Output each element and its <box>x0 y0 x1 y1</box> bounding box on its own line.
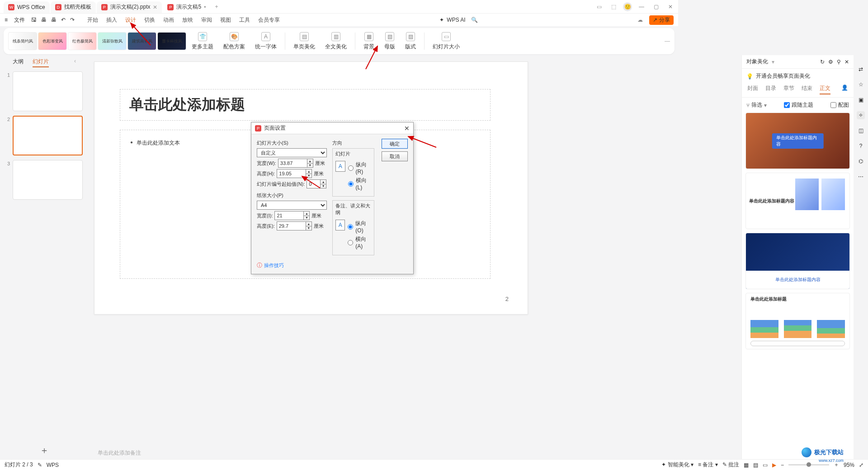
window-close-icon[interactable]: ✕ <box>665 2 675 12</box>
presentation-icon: P <box>101 4 108 10</box>
more-themes-button[interactable]: 👕更多主题 <box>187 31 218 52</box>
master-button[interactable]: ▧母版 <box>380 31 400 52</box>
theme-red[interactable]: 红色极简风 <box>68 32 97 50</box>
slide-size-button[interactable]: ▭幻灯片大小 <box>428 31 464 52</box>
tab-templates[interactable]: D找稻壳模板 <box>51 1 96 13</box>
page-number: 2 <box>505 296 509 302</box>
tab-menu-icon[interactable]: • <box>204 4 206 10</box>
redo-icon[interactable]: ↷ <box>70 17 75 23</box>
outline-tab-outline[interactable]: 大纲 <box>13 58 24 67</box>
save-icon[interactable]: 🖫 <box>31 17 37 23</box>
search-icon[interactable]: 🔍 <box>471 17 478 23</box>
window-multitask-icon[interactable]: ▭ <box>594 2 604 12</box>
slide-thumb-2[interactable] <box>13 116 83 155</box>
share-icon: ↗ <box>653 17 657 23</box>
single-beautify-button[interactable]: ▤单页美化 <box>289 31 320 52</box>
tab-transition[interactable]: 切换 <box>144 16 155 24</box>
dialog-titlebar[interactable]: P 页面设置 ✕ <box>251 122 413 134</box>
spinner-icon[interactable]: ▲▼ <box>307 159 313 168</box>
outline-tab-slides[interactable]: 幻灯片 <box>33 58 49 67</box>
tab-start[interactable]: 开始 <box>87 16 98 24</box>
new-tab-button[interactable]: ＋ <box>214 3 219 10</box>
tab-tools[interactable]: 工具 <box>239 16 250 24</box>
theme-gradient[interactable]: 色彩渐变风 <box>38 32 67 50</box>
theme-building[interactable]: 建筑商务风 <box>127 32 156 50</box>
dialog-close-icon[interactable]: ✕ <box>404 125 410 132</box>
layout-button[interactable]: ▨版式 <box>401 31 420 52</box>
tab-animation[interactable]: 动画 <box>163 16 174 24</box>
tab-file-1[interactable]: P演示文稿(2).pptx✕ <box>97 1 162 13</box>
tab-file-2[interactable]: P演示文稿5• <box>163 1 210 13</box>
presentation-icon: P <box>167 4 174 10</box>
slide-thumb-1[interactable] <box>13 71 83 111</box>
maximize-icon[interactable]: ▢ <box>651 2 661 12</box>
cloud-icon[interactable]: ☁ <box>637 17 643 23</box>
print-preview-icon[interactable]: 🖶 <box>51 17 57 23</box>
page-icon: ▤ <box>300 32 309 41</box>
width-input[interactable] <box>278 159 307 168</box>
slide-size-select[interactable]: 自定义 <box>257 148 327 157</box>
tab-design[interactable]: 设计 <box>125 16 136 24</box>
wps-icon: W <box>8 4 14 10</box>
minimize-icon[interactable]: — <box>637 2 646 12</box>
palette-icon: 🎨 <box>230 32 239 41</box>
file-menu[interactable]: 文件 <box>14 16 25 24</box>
page-setup-dialog: P 页面设置 ✕ 幻灯片大小(S) 自定义 宽度(W):▲▼厘米 高度(H):▲… <box>251 122 414 274</box>
slide-number: 2 <box>4 116 10 122</box>
chevron-left-icon[interactable]: ‹ <box>74 58 76 67</box>
wps-ai-button[interactable]: ✦WPS AI🔍 <box>439 17 477 23</box>
slide-orient-label: 幻灯片 <box>335 150 371 157</box>
share-button[interactable]: ↗分享 <box>649 15 674 25</box>
collapse-ribbon-icon[interactable]: — <box>665 38 670 44</box>
theme-tech[interactable]: 显卡科技风 <box>157 32 186 50</box>
tab-view[interactable]: 视图 <box>220 16 231 24</box>
slide-number: 1 <box>4 71 10 78</box>
spinner-icon[interactable]: ▲▼ <box>306 169 312 178</box>
avatar-icon[interactable]: 🙂 <box>623 2 632 11</box>
notes-landscape-radio[interactable]: 横向(A) <box>348 235 371 249</box>
spinner-icon[interactable]: ▲▼ <box>303 211 310 220</box>
title-placeholder[interactable]: 单击此处添加标题 <box>120 89 491 121</box>
orientation-icon: A <box>335 161 345 172</box>
tab-slideshow[interactable]: 放映 <box>182 16 193 24</box>
shirt-icon: 👕 <box>198 32 207 41</box>
menu-bar: ≡ 文件 🖫 🖶 🖶 ↶ ↷ 开始 插入 设计 切换 动画 放映 审阅 视图 工… <box>0 14 678 26</box>
start-number-input[interactable] <box>307 179 320 188</box>
outline-panel: 大纲 幻灯片 ‹ 1 2 3 ＋ <box>0 55 89 367</box>
presentation-icon: P <box>255 125 261 132</box>
cube-icon[interactable]: ⬚ <box>609 2 618 12</box>
paper-height-input[interactable] <box>277 221 306 230</box>
tab-wps-home[interactable]: WWPS Office <box>4 1 50 13</box>
notes-portrait-radio[interactable]: 纵向(O) <box>348 220 371 234</box>
unify-font-button[interactable]: A统一字体 <box>250 31 281 52</box>
doc-icon: D <box>55 4 61 10</box>
theme-minimal-lines[interactable]: 线条简约风 <box>8 32 37 50</box>
book-icon: ▥ <box>331 32 340 41</box>
slide-size-label: 幻灯片大小(S) <box>257 140 330 146</box>
ok-button[interactable]: 确定 <box>382 139 408 149</box>
close-icon[interactable]: ✕ <box>153 4 157 10</box>
print-icon[interactable]: 🖶 <box>41 17 47 23</box>
menu-icon[interactable]: ≡ <box>5 17 8 23</box>
slide-landscape-radio[interactable]: 横向(L) <box>348 177 371 191</box>
tab-review[interactable]: 审阅 <box>201 16 212 24</box>
tab-member[interactable]: 会员专享 <box>258 16 280 24</box>
title-bar: WWPS Office D找稻壳模板 P演示文稿(2).pptx✕ P演示文稿5… <box>0 0 678 14</box>
slide-portrait-radio[interactable]: 纵向(R) <box>348 161 371 175</box>
slide-thumb-3[interactable] <box>13 160 83 200</box>
background-button[interactable]: ▦背景 <box>359 31 379 52</box>
full-beautify-button[interactable]: ▥全文美化 <box>321 31 351 52</box>
tab-label: 演示文稿(2).pptx <box>110 3 151 11</box>
tab-insert[interactable]: 插入 <box>106 16 117 24</box>
theme-fresh[interactable]: 清新弥散风 <box>98 32 127 50</box>
paper-size-select[interactable]: A4 <box>257 201 327 210</box>
tips-link[interactable]: 操作技巧 <box>264 263 284 268</box>
undo-icon[interactable]: ↶ <box>61 17 66 23</box>
cancel-button[interactable]: 取消 <box>382 151 408 161</box>
spinner-icon[interactable]: ▲▼ <box>306 221 312 230</box>
height-input[interactable] <box>277 169 306 178</box>
spinner-icon[interactable]: ▲▼ <box>320 179 326 188</box>
orientation-label: 方向 <box>332 140 374 146</box>
paper-width-input[interactable] <box>274 211 303 220</box>
color-scheme-button[interactable]: 🎨配色方案 <box>219 31 250 52</box>
